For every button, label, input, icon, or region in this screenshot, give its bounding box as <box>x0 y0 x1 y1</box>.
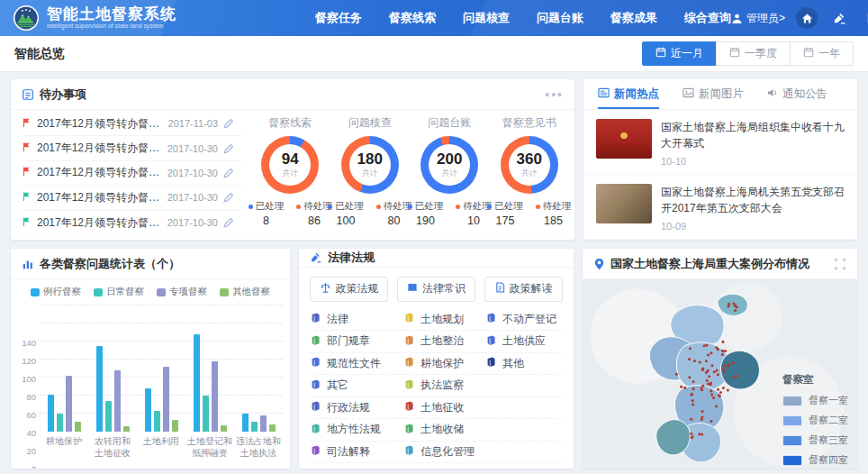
expand-icon[interactable] <box>834 258 846 270</box>
bar-其他督察 <box>221 425 227 432</box>
donut-legend: 已处理8待处理86 <box>249 200 332 227</box>
edit-icon[interactable] <box>223 192 234 203</box>
donut-legend-label: 待处理 <box>536 200 572 213</box>
legal-link[interactable]: 土地整治 <box>403 331 485 353</box>
legal-cell-empty <box>485 397 563 420</box>
edit-icon[interactable] <box>223 143 234 154</box>
news-item[interactable]: 国家土地督察上海局机关第五党支部召开2017年第五次支部大会10-09 <box>583 175 857 240</box>
todo-item[interactable]: 2017年12月领导转办督察线索2017-11-03 <box>22 112 241 136</box>
legal-link[interactable]: 耕地保护 <box>403 353 485 376</box>
legal-link[interactable]: 法律 <box>310 309 403 332</box>
legal-link-label: 土地规划 <box>420 312 464 327</box>
nav-item-1[interactable]: 督察线索 <box>389 10 436 26</box>
nav-item-3[interactable]: 问题台账 <box>537 10 583 26</box>
donut-legend-col: 待处理80 <box>376 200 412 227</box>
legal-link[interactable]: 司法解释 <box>310 442 403 464</box>
legal-links-grid: 法律土地规划不动产登记部门规章土地整治土地供应规范性文件耕地保护其他其它执法监察… <box>299 309 574 469</box>
legend-swatch <box>94 288 103 296</box>
edit-icon[interactable] <box>223 217 234 228</box>
news-tab-2[interactable]: 通知公告 <box>767 79 827 109</box>
legal-link-label: 信息化管理 <box>420 444 475 460</box>
legal-link[interactable]: 不动产登记 <box>485 309 563 332</box>
legal-link[interactable]: 地方性法规 <box>310 419 403 442</box>
legal-link[interactable]: 规范性文件 <box>310 353 403 376</box>
news-tab-label: 新闻热点 <box>614 87 659 102</box>
user-menu[interactable]: 管理员> <box>731 11 785 26</box>
donut-chart-title: 问题台账 <box>428 115 471 131</box>
legend-text: 已处理 <box>335 200 364 213</box>
donut-chart: 督察意见书360共计已处理175待处理185 <box>490 115 569 240</box>
donut-legend-col: 已处理190 <box>408 200 444 227</box>
nav-item-2[interactable]: 问题核查 <box>463 10 510 26</box>
y-tick-label: 40 <box>26 428 36 438</box>
todo-item[interactable]: 2017年12月领导转办督察线索2017-10-30 <box>22 136 241 160</box>
news-item[interactable]: 国家土地督察上海局组织集中收看十九大开幕式10-10 <box>583 110 857 175</box>
legend-dot <box>296 205 301 209</box>
todo-item[interactable]: 2017年12月领导转办督察线索2017-10-30 <box>22 161 241 186</box>
legal-link[interactable]: 其他 <box>485 353 563 376</box>
home-icon[interactable] <box>796 7 818 29</box>
legend-dot <box>456 205 460 209</box>
bar-专项督察 <box>163 367 169 432</box>
todo-item[interactable]: 2017年12月领导转办督察线索2017-10-30 <box>22 211 241 235</box>
donut-total-label: 共计 <box>521 168 538 179</box>
logout-icon[interactable] <box>861 7 868 29</box>
legal-link[interactable]: 其它 <box>310 375 403 397</box>
map-legend-label: 督察二室 <box>809 414 848 427</box>
donut-legend-label: 待处理 <box>456 200 492 213</box>
flag-icon <box>22 117 32 131</box>
donut-legend-col: 待处理10 <box>456 200 492 227</box>
main-nav: 督察任务督察线索问题核查问题台账督察成果综合查询 <box>310 10 731 26</box>
nav-item-0[interactable]: 督察任务 <box>315 10 362 26</box>
news-tab-0[interactable]: 新闻热点 <box>598 79 659 109</box>
donut-ring: 200共计 <box>420 136 478 194</box>
edit-icon[interactable] <box>223 168 234 178</box>
gavel-icon[interactable] <box>828 7 850 29</box>
legal-tab-2[interactable]: 政策解读 <box>484 277 563 302</box>
news-tab-1[interactable]: 新闻图片 <box>683 79 744 109</box>
legal-link-label: 不动产登记 <box>502 312 556 327</box>
legal-link[interactable]: 部门规章 <box>310 331 403 353</box>
legal-link[interactable]: 土地征收 <box>403 397 485 420</box>
bar-chart-icon <box>22 258 34 270</box>
legal-cell-empty <box>485 419 563 442</box>
legal-link[interactable]: 执法监察 <box>403 375 485 397</box>
todo-item-date: 2017-10-30 <box>167 192 218 203</box>
time-filter-1[interactable]: 一季度 <box>716 41 791 66</box>
book-icon <box>485 312 497 326</box>
donut-chart-title: 问题核查 <box>348 115 392 131</box>
case-distribution-map: 督察室督察一室督察二室督察三室督察四室督察五室 <box>583 279 857 469</box>
news-item-body: 国家土地督察上海局机关第五党支部召开2017年第五次支部大会10-09 <box>661 184 845 232</box>
donut-legend: 已处理175待处理185 <box>487 200 571 227</box>
legal-tab-1[interactable]: 法律常识 <box>397 277 475 302</box>
more-icon[interactable]: ••• <box>545 90 564 99</box>
todo-item-text: 2017年12月领导转办督察线索 <box>37 190 162 205</box>
chart-legend-item: 其他督察 <box>220 286 270 298</box>
legal-link-label: 土地征收 <box>420 400 464 415</box>
legal-tab-0[interactable]: 政策法规 <box>310 277 388 302</box>
legend-label: 日常督察 <box>106 286 144 298</box>
map-title: 国家土地督察上海局重大案例分布情况 <box>610 256 809 272</box>
donut-legend-col: 已处理8 <box>249 200 285 227</box>
legal-link[interactable]: 土地供应 <box>485 331 563 353</box>
legal-link-label: 司法解释 <box>327 444 370 460</box>
donut-chart: 问题核查180共计已处理100待处理80 <box>330 115 410 240</box>
donut-legend-col: 待处理185 <box>536 200 572 227</box>
todo-item[interactable]: 2017年12月领导转办督察线索2017-10-30 <box>22 186 241 210</box>
legal-link[interactable]: 行政法规 <box>310 397 403 420</box>
legal-link[interactable]: 信息化管理 <box>403 442 485 464</box>
scales-icon <box>320 282 331 296</box>
calendar-icon <box>656 47 666 60</box>
nav-item-5[interactable]: 综合查询 <box>684 10 731 26</box>
time-filter-2[interactable]: 一年 <box>790 41 854 66</box>
edit-icon[interactable] <box>223 118 234 129</box>
legal-link[interactable]: 土地规划 <box>403 309 485 332</box>
time-filter-0[interactable]: 近一月 <box>642 41 717 66</box>
y-tick-label: 60 <box>26 410 36 420</box>
todo-item-text: 2017年12月领导转办督察线索 <box>37 141 162 156</box>
x-tick-label: 土地登记和 抵押融资 <box>185 435 234 459</box>
bar-group <box>185 334 234 432</box>
legal-link[interactable]: 土地收储 <box>403 419 485 442</box>
time-filter-label: 一季度 <box>745 46 777 61</box>
nav-item-4[interactable]: 督察成果 <box>610 10 657 26</box>
